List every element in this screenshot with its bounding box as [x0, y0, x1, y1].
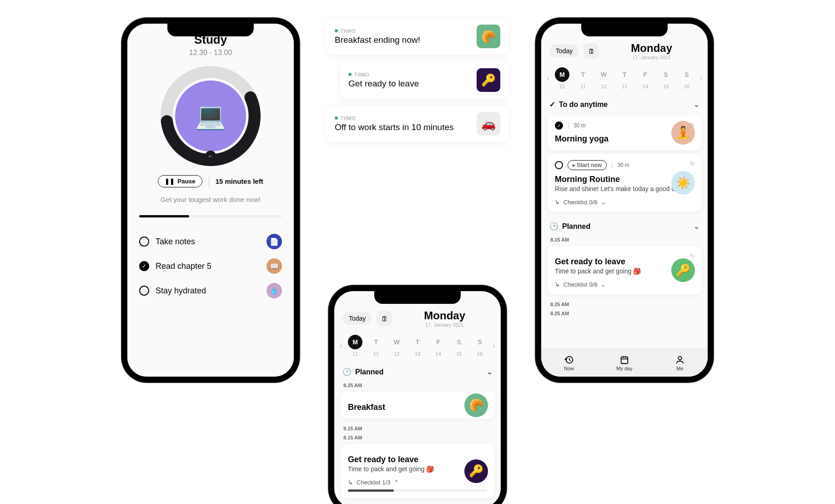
- week-next-icon[interactable]: ›: [491, 342, 497, 350]
- weekday-cell[interactable]: F 14: [429, 335, 448, 357]
- checklist-item-badge: 📖: [267, 258, 282, 274]
- notification-card[interactable]: TIIMO Breakfast ending now! 🥐: [327, 18, 508, 55]
- chevron-up-icon[interactable]: ⌃: [394, 479, 399, 486]
- checklist-item-label: Read chapter 5: [156, 262, 260, 271]
- section-anytime-label: To do anytime: [559, 101, 608, 109]
- weekday-number: 12: [387, 351, 407, 357]
- divider: [209, 176, 209, 186]
- notification-app: TIIMO: [348, 72, 470, 77]
- section-planned-label: Planned: [562, 222, 590, 231]
- refresh-icon[interactable]: ↻: [690, 160, 695, 167]
- time-label: 9.15 AM: [334, 422, 501, 431]
- weekday-number: 15: [449, 351, 468, 357]
- weekday-number: 12: [594, 84, 614, 89]
- pause-button[interactable]: ❚❚ Pause: [158, 175, 202, 187]
- person-icon: [675, 355, 685, 365]
- back-arrow-icon[interactable]: ←: [205, 151, 216, 161]
- weekday-cell[interactable]: T 13: [615, 67, 634, 89]
- checklist-item-badge: 💧: [267, 283, 282, 298]
- section-planned-label: Planned: [355, 368, 383, 376]
- weekday-cell[interactable]: T 11: [573, 67, 593, 89]
- weekday-letter: M: [555, 67, 569, 82]
- weekday-cell[interactable]: F 14: [636, 67, 655, 89]
- activity-timerange: 12.30 - 13.00: [139, 49, 282, 57]
- motivation-text: Get your tougest work done now!: [139, 196, 282, 203]
- checkbox-icon[interactable]: [139, 237, 149, 247]
- time-label: 8.15 AM: [541, 233, 708, 242]
- tab-myday[interactable]: My day: [597, 349, 652, 377]
- weekday-letter: F: [431, 335, 446, 349]
- tab-me[interactable]: Me: [652, 349, 708, 377]
- weekday-letter: S: [473, 335, 487, 349]
- svg-rect-3: [621, 357, 628, 363]
- time-label: 8.25 AM: [334, 379, 501, 388]
- weekday-cell[interactable]: S 16: [677, 67, 696, 89]
- date-subtitle: 17. January 2021: [604, 55, 699, 60]
- weekday-cell[interactable]: T 13: [408, 335, 427, 357]
- chevron-down-icon[interactable]: ⌄: [601, 281, 606, 288]
- checklist-summary[interactable]: Checklist 0/8: [563, 199, 597, 206]
- calendar-icon[interactable]: 🗓: [583, 43, 599, 59]
- weekday-number: 14: [429, 351, 448, 357]
- calendar-icon: [619, 355, 629, 365]
- overall-progress-fill: [139, 215, 189, 217]
- checklist-item[interactable]: Stay hydrated 💧: [139, 278, 282, 303]
- phone-study: Study 12.30 - 13.00 💻 ← ❚❚ Pause 15 minu…: [122, 18, 299, 382]
- weekday-cell[interactable]: W 12: [387, 335, 407, 357]
- notification-thumb: 🚗: [477, 112, 500, 136]
- event-duration: 30 m: [617, 162, 629, 168]
- weekday-cell[interactable]: M 11: [553, 67, 572, 89]
- refresh-icon[interactable]: ↻: [690, 121, 695, 128]
- start-now-button[interactable]: ▸ Start now: [568, 160, 607, 170]
- checklist-item[interactable]: Take notes 📄: [139, 229, 282, 254]
- event-card[interactable]: Get ready to leaveTime to pack and get g…: [548, 246, 701, 294]
- event-card[interactable]: ✓|30 mMorning yoga🧘 ↻: [548, 115, 701, 150]
- checkbox-icon[interactable]: [139, 286, 149, 296]
- checklist-item[interactable]: ✓ Read chapter 5 📖: [139, 254, 282, 278]
- time-label: 8.25 AM: [541, 298, 708, 307]
- weekday-letter: S: [452, 335, 466, 349]
- weekday-cell[interactable]: T 11: [367, 335, 386, 357]
- checklist-item-badge: 📄: [267, 234, 282, 249]
- week-prev-icon[interactable]: ‹: [338, 342, 344, 350]
- weekday-cell[interactable]: M 11: [346, 335, 365, 357]
- refresh-icon[interactable]: ↻: [690, 252, 695, 259]
- event-card[interactable]: Get ready to leaveTime to pack and get g…: [341, 444, 494, 498]
- checkbox-icon[interactable]: ✓: [139, 261, 149, 271]
- event-duration: 30 m: [573, 122, 586, 129]
- week-prev-icon[interactable]: ‹: [545, 74, 551, 82]
- tab-now[interactable]: Now: [541, 349, 597, 377]
- weekday-number: 13: [615, 84, 634, 89]
- notification-card[interactable]: TIIMO Get ready to leave 🔑: [340, 62, 508, 98]
- event-card[interactable]: Breakfast🥐: [341, 392, 494, 418]
- event-card[interactable]: ▸ Start now|30 mMorning RoutineRise and …: [548, 154, 701, 212]
- today-chip[interactable]: Today: [342, 312, 372, 325]
- week-next-icon[interactable]: ›: [698, 74, 704, 82]
- today-chip[interactable]: Today: [549, 45, 579, 57]
- weekday-number: 15: [656, 84, 675, 89]
- weekday-cell[interactable]: S 15: [449, 335, 468, 357]
- tab-me-label: Me: [676, 366, 683, 371]
- weekday-cell[interactable]: S 16: [470, 335, 489, 357]
- weekday-letter: T: [576, 67, 590, 82]
- notification-title: Off to work starts in 10 minutes: [335, 122, 470, 132]
- weekday-cell[interactable]: W 12: [594, 67, 614, 89]
- checklist-summary[interactable]: Checklist 1/3: [357, 479, 390, 486]
- chevron-down-icon[interactable]: ⌄: [487, 368, 493, 376]
- notification-card[interactable]: TIIMO Off to work starts in 10 minutes 🚗: [327, 106, 508, 142]
- overall-progress: [139, 215, 282, 217]
- tab-myday-label: My day: [616, 366, 632, 371]
- chevron-down-icon[interactable]: ⌄: [601, 199, 606, 206]
- checklist-summary[interactable]: Checklist 0/8: [563, 281, 597, 288]
- notification-title: Breakfast ending now!: [335, 35, 470, 45]
- event-avatar: ☀️: [671, 171, 695, 195]
- chevron-down-icon[interactable]: ⌄: [694, 222, 699, 231]
- chevron-down-icon[interactable]: ⌄: [694, 100, 699, 109]
- checkbox-icon[interactable]: [555, 161, 563, 169]
- calendar-icon[interactable]: 🗓: [377, 311, 392, 326]
- checkbox-icon[interactable]: ✓: [555, 121, 563, 130]
- check-icon: ✓: [549, 100, 555, 109]
- tab-bar: Now My day Me: [541, 348, 708, 377]
- phone-schedule-full: Today 🗓 Monday 17. January 2021 ‹ M 11T …: [536, 18, 713, 382]
- weekday-cell[interactable]: S 15: [656, 67, 675, 89]
